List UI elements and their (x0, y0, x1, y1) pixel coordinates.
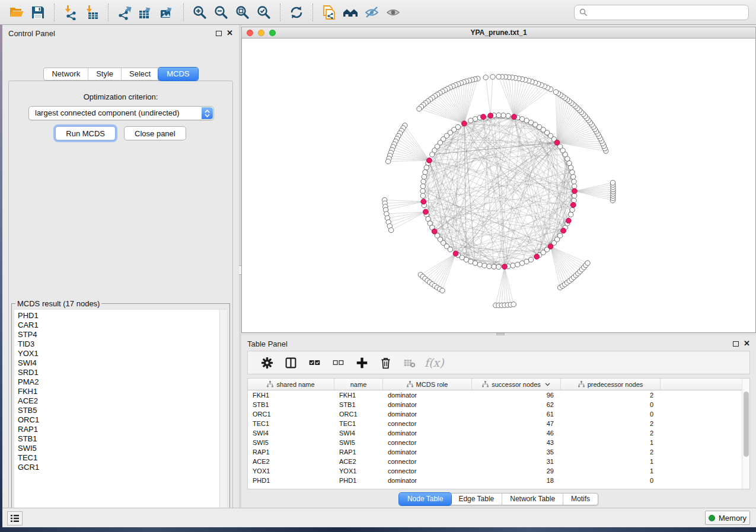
mcds-result-item[interactable]: FKH1 (18, 387, 227, 396)
search-input[interactable] (591, 8, 744, 17)
add-column-button[interactable] (352, 353, 371, 372)
table-panel-title: Table Panel (247, 339, 288, 348)
close-panel-button[interactable]: Close panel (124, 126, 186, 140)
table-row-YOX1[interactable]: YOX1YOX1connector291 (248, 466, 749, 476)
cell-successor-nodes: 47 (472, 419, 561, 428)
hide-panels-button[interactable] (361, 2, 382, 23)
column-header-name[interactable]: name (334, 379, 383, 390)
task-history-button[interactable] (7, 511, 23, 525)
mcds-result-item[interactable]: TID3 (18, 339, 227, 349)
eye-slash-icon (364, 5, 379, 20)
table-row-STB1[interactable]: STB1STB1dominator620 (248, 400, 749, 409)
table-row-ORC1[interactable]: ORC1ORC1dominator610 (248, 409, 749, 419)
export-image-button[interactable] (157, 2, 178, 23)
column-header-successor-nodes[interactable]: successor nodes (472, 379, 561, 390)
table-row-FKH1[interactable]: FKH1FKH1dominator962 (248, 390, 749, 400)
network-window-titlebar[interactable]: YPA_prune.txt_1 (241, 27, 756, 39)
mcds-result-list[interactable]: PHD1CAR1STP4TID3YOX1SWI4SRD1PMA2FKH1ACE2… (14, 309, 228, 513)
memory-button[interactable]: Memory (705, 511, 750, 525)
zoom-fit-button[interactable] (232, 2, 253, 23)
column-header-predecessor-nodes[interactable]: predecessor nodes (561, 379, 661, 390)
mcds-result-item[interactable]: SRD1 (18, 368, 227, 377)
tab-node-table[interactable]: Node Table (399, 493, 452, 505)
table-scrollbar[interactable] (742, 379, 749, 489)
delete-column-button[interactable] (376, 353, 395, 372)
close-panel-icon[interactable]: ✕ (227, 30, 233, 36)
zoom-selected-button[interactable] (253, 2, 275, 23)
tab-network[interactable]: Network (44, 68, 88, 80)
select-all-columns-button[interactable] (305, 353, 324, 372)
save-button[interactable] (27, 2, 49, 23)
open-file-button[interactable] (6, 2, 27, 23)
float-panel-icon[interactable] (733, 341, 739, 347)
mcds-result-item[interactable]: ORC1 (18, 415, 227, 425)
table-row-SWI4[interactable]: SWI4SWI4dominator462 (248, 428, 749, 438)
mcds-list-scrollbar[interactable] (219, 310, 227, 512)
mcds-result-item[interactable]: TEC1 (18, 453, 227, 463)
tab-network-table[interactable]: Network Table (502, 493, 563, 505)
tab-select[interactable]: Select (122, 68, 159, 80)
export-network-button[interactable] (114, 2, 135, 23)
cell-shared-name: SWI5 (248, 438, 334, 447)
tab-mcds[interactable]: MCDS (158, 68, 197, 81)
zoom-out-button[interactable] (210, 2, 232, 23)
run-mcds-button[interactable]: Run MCDS (55, 126, 116, 140)
search-icon (579, 8, 588, 17)
refresh-button[interactable] (286, 2, 307, 23)
mcds-result-item[interactable]: GCR1 (18, 463, 227, 472)
mcds-result-item[interactable]: STB5 (18, 406, 227, 415)
mcds-result-item[interactable]: PHD1 (18, 311, 227, 321)
mcds-result-item[interactable]: YOX1 (18, 349, 227, 358)
home-button[interactable] (340, 2, 361, 23)
mcds-result-item[interactable]: CAR1 (18, 321, 227, 330)
mcds-result-item[interactable]: PMA2 (18, 377, 227, 387)
mcds-result-item[interactable]: STB1 (18, 434, 227, 444)
toolbar-separator (312, 4, 313, 21)
scrollbar-thumb[interactable] (744, 392, 749, 457)
cell-predecessor-nodes: 1 (561, 466, 661, 476)
table-row-TEC1[interactable]: TEC1TEC1connector472 (248, 419, 749, 428)
desktop-edge-bottom (0, 527, 756, 532)
mcds-result-item[interactable]: RAP1 (18, 425, 227, 434)
network-title: YPA_prune.txt_1 (242, 28, 755, 37)
mcds-result-item[interactable]: STP4 (18, 330, 227, 339)
network-canvas[interactable] (241, 39, 756, 333)
column-header-MCDS-role[interactable]: MCDS role (383, 379, 472, 390)
column-header-shared-name[interactable]: shared name (248, 379, 334, 390)
node-table-body: FKH1FKH1dominator962STB1STB1dominator620… (248, 390, 749, 485)
criterion-select[interactable]: largest connected component (undirected) (28, 106, 214, 120)
cell-MCDS-role: connector (383, 457, 472, 466)
status-bar: Memory (2, 508, 756, 527)
tab-style[interactable]: Style (88, 68, 122, 80)
mcds-result-item[interactable]: ACE2 (18, 396, 227, 406)
tab-edge-table[interactable]: Edge Table (451, 493, 502, 505)
delete-table-button[interactable] (400, 353, 419, 372)
float-panel-icon[interactable] (216, 31, 222, 36)
table-settings-button[interactable] (257, 353, 276, 372)
cell-predecessor-nodes: 2 (561, 390, 661, 400)
checked-boxes-icon (308, 357, 321, 369)
mcds-result-item[interactable]: SWI4 (18, 358, 227, 368)
deselect-all-columns-button[interactable] (328, 353, 347, 372)
toolbar-separator (54, 4, 55, 21)
cell-name: RAP1 (334, 447, 383, 457)
show-columns-button[interactable] (281, 353, 300, 372)
mcds-result-item[interactable]: SWI5 (18, 444, 227, 453)
tab-motifs[interactable]: Motifs (563, 493, 598, 505)
node-table: shared namenameMCDS rolesuccessor nodesp… (247, 378, 750, 489)
cell-MCDS-role: dominator (383, 447, 472, 457)
table-row-ACE2[interactable]: ACE2ACE2connector311 (248, 457, 749, 466)
table-row-RAP1[interactable]: RAP1RAP1dominator352 (248, 447, 749, 457)
clone-network-button[interactable] (318, 2, 340, 23)
table-row-PHD1[interactable]: PHD1PHD1dominator180 (248, 476, 749, 485)
table-row-SWI5[interactable]: SWI5SWI5connector431 (248, 438, 749, 447)
function-builder-button[interactable]: f(x) (425, 356, 444, 369)
export-table-button[interactable] (135, 2, 157, 23)
close-panel-icon[interactable]: ✕ (744, 341, 750, 347)
eye-icon (385, 5, 401, 20)
zoom-in-button[interactable] (189, 2, 210, 23)
column-header-filler (661, 379, 749, 390)
import-table-button[interactable] (81, 2, 103, 23)
import-network-button[interactable] (60, 2, 81, 23)
show-panels-button[interactable] (382, 2, 404, 23)
